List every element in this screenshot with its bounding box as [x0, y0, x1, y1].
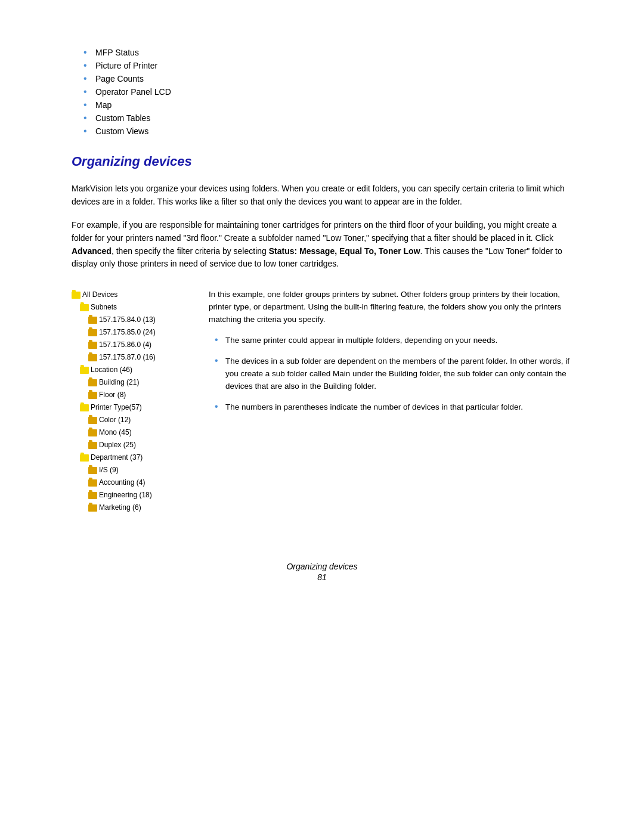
duplex-label: Duplex (25) — [99, 439, 136, 451]
paragraph-2: For example, if you are responsible for … — [72, 219, 572, 271]
bullet-item-2: Picture of Printer — [83, 61, 572, 70]
dept-folder-icon — [80, 454, 89, 462]
floor-label: Floor (8) — [99, 389, 126, 401]
tree-accounting: Accounting (4) — [72, 476, 191, 489]
footer-page-number: 81 — [72, 572, 572, 582]
subnet4-folder-icon — [88, 354, 97, 361]
printertype-folder-icon — [80, 404, 89, 411]
tree-marketing: Marketing (6) — [72, 501, 191, 514]
content-area: All Devices Subnets 157.175.84.0 (13) 15… — [72, 289, 572, 514]
subnet3-folder-icon — [88, 342, 97, 349]
root-folder-icon — [72, 292, 80, 299]
page: MFP Status Picture of Printer Page Count… — [0, 0, 644, 630]
engineering-folder-icon — [88, 492, 97, 499]
duplex-folder-icon — [88, 442, 97, 449]
mono-folder-icon — [88, 429, 97, 436]
right-panel: In this example, one folder groups print… — [209, 289, 572, 422]
bullet-item-5: Map — [83, 100, 572, 110]
tree-location: Location (46) — [72, 364, 191, 376]
right-intro-text: In this example, one folder groups print… — [209, 289, 572, 326]
paragraph-2-start: For example, if you are responsible for … — [72, 220, 556, 243]
is-folder-icon — [88, 467, 97, 474]
right-bullet-list: The same printer could appear in multipl… — [209, 335, 572, 414]
marketing-label: Marketing (6) — [99, 501, 141, 514]
paragraph-1: MarkVision lets you organize your device… — [72, 182, 572, 208]
page-footer: Organizing devices 81 — [72, 562, 572, 582]
is-label: I/S (9) — [99, 464, 119, 476]
tree-is: I/S (9) — [72, 464, 191, 476]
color-folder-icon — [88, 417, 97, 424]
bullet-item-4: Operator Panel LCD — [83, 87, 572, 97]
subnets-label: Subnets — [91, 301, 117, 314]
tree-root: All Devices — [72, 289, 191, 301]
tree-root-label: All Devices — [82, 289, 117, 301]
marketing-folder-icon — [88, 504, 97, 512]
tree-mono: Mono (45) — [72, 426, 191, 439]
tree-color: Color (12) — [72, 414, 191, 426]
bullet-item-1: MFP Status — [83, 48, 572, 57]
tree-duplex: Duplex (25) — [72, 439, 191, 451]
bullet-item-3: Page Counts — [83, 74, 572, 83]
printertype-label: Printer Type(57) — [91, 401, 142, 414]
tree-subnets: Subnets — [72, 301, 191, 314]
subnet1-label: 157.175.84.0 (13) — [99, 314, 156, 326]
tree-subnet-3: 157.175.86.0 (4) — [72, 339, 191, 351]
paragraph-2-bold1: Advanced — [72, 246, 112, 256]
right-bullet-2: The devices in a sub folder are dependen… — [215, 355, 572, 393]
color-label: Color (12) — [99, 414, 131, 426]
paragraph-2-bold2: Status: Message, Equal To, Toner Low — [269, 246, 420, 256]
tree-engineering: Engineering (18) — [72, 489, 191, 501]
tree-panel: All Devices Subnets 157.175.84.0 (13) 15… — [72, 289, 191, 514]
building-folder-icon — [88, 379, 97, 386]
tree-floor: Floor (8) — [72, 389, 191, 401]
engineering-label: Engineering (18) — [99, 489, 152, 501]
device-tree: All Devices Subnets 157.175.84.0 (13) 15… — [72, 289, 191, 514]
right-bullet-3: The numbers in parentheses indicate the … — [215, 401, 572, 414]
right-bullet-1: The same printer could appear in multipl… — [215, 335, 572, 347]
subnets-folder-icon — [80, 304, 89, 311]
mono-label: Mono (45) — [99, 426, 132, 439]
building-label: Building (21) — [99, 376, 139, 389]
subnet2-label: 157.175.85.0 (24) — [99, 326, 156, 339]
floor-folder-icon — [88, 392, 97, 399]
location-label: Location (46) — [91, 364, 132, 376]
tree-printertype: Printer Type(57) — [72, 401, 191, 414]
bullet-item-6: Custom Tables — [83, 113, 572, 123]
tree-building: Building (21) — [72, 376, 191, 389]
subnet4-label: 157.175.87.0 (16) — [99, 351, 156, 364]
tree-subnet-4: 157.175.87.0 (16) — [72, 351, 191, 364]
accounting-folder-icon — [88, 479, 97, 487]
tree-subnet-2: 157.175.85.0 (24) — [72, 326, 191, 339]
subnet1-folder-icon — [88, 317, 97, 324]
footer-title: Organizing devices — [72, 562, 572, 571]
section-heading: Organizing devices — [72, 154, 572, 169]
location-folder-icon — [80, 367, 89, 374]
bullet-item-7: Custom Views — [83, 126, 572, 136]
subnet2-folder-icon — [88, 329, 97, 336]
tree-department: Department (37) — [72, 451, 191, 464]
tree-subnet-1: 157.175.84.0 (13) — [72, 314, 191, 326]
dept-label: Department (37) — [91, 451, 143, 464]
subnet3-label: 157.175.86.0 (4) — [99, 339, 151, 351]
paragraph-2-mid: , then specify the filter criteria by se… — [112, 246, 269, 256]
accounting-label: Accounting (4) — [99, 476, 145, 489]
intro-bullet-list: MFP Status Picture of Printer Page Count… — [72, 48, 572, 136]
